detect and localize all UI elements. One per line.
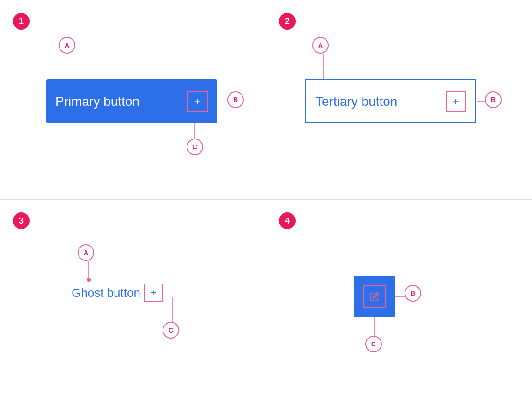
tertiary-button-icon: + [446,91,466,112]
tertiary-button-label: Tertiary button [315,94,397,109]
section-number-4: 4 [279,212,296,229]
section-number-2: 2 [279,13,296,30]
label-b-1: B [227,91,244,108]
label-c-3: C [163,322,179,339]
cell-tertiary-button: 2 A Tertiary button + B C [266,0,532,200]
ghost-button[interactable]: Ghost button + [72,279,182,307]
section-number-3: 3 [13,212,30,229]
label-c-1: C [187,139,203,155]
icon-button[interactable] [354,276,395,317]
ghost-button-label: Ghost button [72,286,140,300]
cell-icon-button: 4 B C [266,200,532,399]
label-c-4: C [365,336,382,352]
tertiary-button[interactable]: Tertiary button + [305,79,476,123]
primary-button[interactable]: Primary button + [46,79,217,123]
ghost-button-icon: + [144,284,163,302]
label-a-2: A [312,37,329,54]
primary-button-label: Primary button [55,94,139,109]
cell-ghost-button: 3 A Ghost button + C [0,200,266,399]
label-a-3: A [78,244,94,261]
cell-primary-button: 1 A Primary button + B C [0,0,266,200]
edit-icon [363,285,386,308]
section-number-1: 1 [13,13,30,30]
primary-button-icon: + [187,91,208,112]
label-b-4: B [405,285,421,302]
label-b-2: B [485,91,502,108]
annotation-lines-4 [266,200,532,399]
label-a-1: A [59,37,75,54]
diagram-grid: 1 A Primary button + B C [0,0,532,399]
